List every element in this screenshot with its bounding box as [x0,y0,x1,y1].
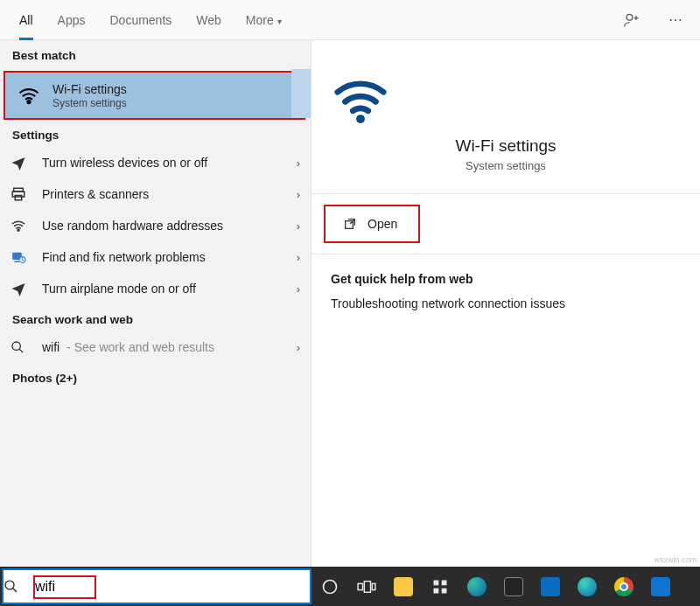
web-search-suffix: - See work and web results [63,340,214,354]
preview-panel: Wi-Fi settings System settings Open Get … [312,40,700,567]
divider [312,254,700,254]
quick-help-link[interactable]: Troubleshooting network connection issue… [312,291,700,316]
wifi-icon [18,84,42,107]
svg-rect-18 [442,580,447,585]
svg-rect-19 [434,588,439,593]
settings-item-label: Find and fix network problems [42,250,297,264]
tab-documents[interactable]: Documents [97,0,184,40]
taskbar-search[interactable] [2,568,312,604]
troubleshoot-icon [10,249,32,265]
preview-subtitle: System settings [329,159,682,172]
quick-help-title: Get quick help from web [312,258,700,291]
svg-rect-7 [15,261,20,263]
taskbar-app-edge[interactable] [569,567,606,606]
task-view-button[interactable] [348,567,385,606]
feedback-icon[interactable] [623,11,658,29]
open-label: Open [368,217,397,231]
more-options-icon[interactable]: ⋯ [658,11,693,28]
settings-item-random-mac[interactable]: Use random hardware addresses › [0,210,311,241]
svg-rect-14 [358,583,362,589]
settings-label: Settings [0,120,311,147]
chevron-right-icon: › [297,157,300,170]
svg-point-12 [5,581,14,589]
settings-item-label: Use random hardware addresses [42,219,297,233]
photos-section-label[interactable]: Photos (2+) [0,363,311,390]
best-match-band: Wi-Fi settings System settings [0,69,311,118]
web-search-item[interactable]: wifi - See work and web results › [0,331,311,363]
settings-item-label: Printers & scanners [42,187,297,201]
tab-apps[interactable]: Apps [46,0,98,40]
search-tabs: All Apps Documents Web More▾ ⋯ [0,0,700,40]
tab-all[interactable]: All [7,0,46,40]
chevron-right-icon: › [297,341,300,354]
open-external-icon [343,217,357,231]
chevron-right-icon: › [297,219,300,233]
best-match-label: Best match [0,40,311,67]
search-icon [4,579,33,594]
svg-point-1 [27,101,30,103]
printer-icon [10,186,32,202]
settings-item-network-troubleshoot[interactable]: Find and fix network problems › [0,241,311,273]
taskbar-app-mail[interactable] [642,567,679,606]
airplane-icon [10,155,32,171]
web-section-label: Search work and web [0,304,311,331]
svg-point-10 [356,115,365,123]
web-search-term: wifi [42,340,60,354]
tab-more[interactable]: More▾ [234,0,294,40]
watermark: wsxwin.com [654,555,696,564]
open-button[interactable]: Open [324,205,420,243]
settings-item-printers[interactable]: Printers & scanners › [0,178,311,210]
chevron-right-icon: › [297,188,300,201]
svg-rect-17 [434,580,439,585]
taskbar-app-grid[interactable] [422,567,458,606]
best-match-subtitle: System settings [52,97,127,109]
taskbar-app-store[interactable] [495,567,532,606]
settings-item-label: Turn airplane mode on or off [42,282,297,296]
chevron-right-icon: › [297,251,300,264]
svg-point-9 [12,342,20,350]
wifi-icon [329,72,682,128]
best-match-title: Wi-Fi settings [52,82,127,96]
search-icon [10,340,32,354]
settings-item-label: Turn wireless devices on or off [42,156,297,170]
taskbar-app-vscode[interactable] [532,567,569,606]
settings-item-wireless-toggle[interactable]: Turn wireless devices on or off › [0,147,311,178]
taskbar-app-edge-legacy[interactable] [458,567,495,606]
search-input[interactable] [33,578,86,596]
svg-rect-16 [372,583,375,589]
svg-point-0 [626,14,633,20]
svg-point-13 [324,580,337,593]
taskbar [0,567,700,606]
chevron-down-icon: ▾ [277,17,282,26]
settings-item-airplane[interactable]: Turn airplane mode on or off › [0,273,311,304]
preview-title: Wi-Fi settings [329,136,682,156]
tab-web[interactable]: Web [184,0,234,40]
svg-rect-20 [442,588,447,593]
cortana-button[interactable] [312,567,348,606]
selection-stripe [291,69,311,118]
svg-point-5 [18,229,19,231]
results-panel: Best match Wi-Fi settings System setting… [0,40,312,567]
best-match-item[interactable]: Wi-Fi settings System settings [4,71,305,120]
airplane-icon [10,281,32,296]
taskbar-app-file-explorer[interactable] [385,567,422,606]
taskbar-app-chrome[interactable] [606,567,642,606]
svg-rect-15 [364,581,370,592]
divider [312,193,700,194]
chevron-right-icon: › [297,282,300,296]
preview-hero: Wi-Fi settings System settings [312,40,700,190]
tab-more-label: More [246,13,274,27]
wifi-icon [10,218,32,233]
